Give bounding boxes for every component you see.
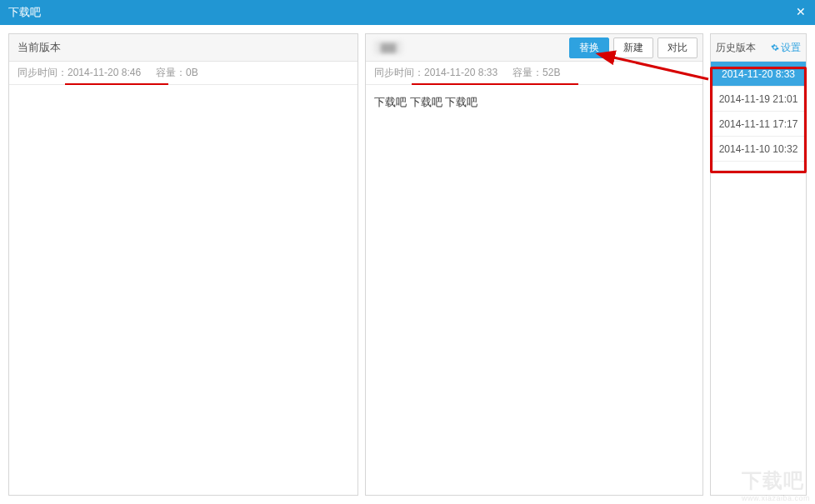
current-version-body — [9, 85, 358, 495]
history-list-label: 历史版本 — [716, 41, 756, 55]
current-version-panel: 当前版本 同步时间：2014-11-20 8:46 容量：0B — [8, 33, 358, 496]
current-version-meta: 同步时间：2014-11-20 8:46 容量：0B — [9, 62, 358, 85]
left-sync-time: 同步时间：2014-11-20 8:46 — [18, 66, 141, 80]
blurred-filename: ▇▇ — [374, 41, 402, 54]
mid-sync-time: 同步时间：2014-11-20 8:33 — [374, 66, 498, 80]
history-preview-body: 下载吧 下载吧 下载吧 — [366, 85, 702, 495]
gear-icon — [771, 43, 779, 52]
window-title: 下载吧 — [8, 5, 41, 20]
file-content-text: 下载吧 下载吧 下载吧 — [374, 96, 478, 108]
mid-size: 容量：52B — [512, 66, 560, 80]
compare-button[interactable]: 对比 — [658, 37, 698, 58]
history-item[interactable]: 2014-11-10 10:32 — [711, 137, 806, 162]
close-icon[interactable]: ✕ — [793, 5, 808, 20]
main-area: 当前版本 同步时间：2014-11-20 8:46 容量：0B ▇▇ 替换 新建… — [0, 25, 815, 504]
history-list: 2014-11-20 8:332014-11-19 21:012014-11-1… — [711, 62, 806, 162]
history-item[interactable]: 2014-11-20 8:33 — [711, 62, 806, 87]
history-preview-panel: ▇▇ 替换 新建 对比 同步时间：2014-11-20 8:33 容量：52B … — [365, 33, 703, 496]
create-button[interactable]: 新建 — [613, 37, 653, 58]
history-list-panel: 历史版本 设置 2014-11-20 8:332014-11-19 21:012… — [710, 33, 807, 496]
settings-link[interactable]: 设置 — [771, 41, 801, 55]
titlebar: 下载吧 ✕ — [0, 0, 815, 25]
current-version-label: 当前版本 — [18, 40, 61, 55]
current-version-header: 当前版本 — [9, 34, 358, 62]
history-preview-header: ▇▇ 替换 新建 对比 — [366, 34, 702, 62]
replace-button[interactable]: 替换 — [569, 37, 609, 58]
history-item[interactable]: 2014-11-11 17:17 — [711, 112, 806, 137]
history-list-header: 历史版本 设置 — [711, 34, 806, 62]
action-button-group: 替换 新建 对比 — [569, 37, 698, 58]
history-item[interactable]: 2014-11-19 21:01 — [711, 87, 806, 112]
history-preview-meta: 同步时间：2014-11-20 8:33 容量：52B — [366, 62, 702, 85]
left-size: 容量：0B — [156, 66, 198, 80]
